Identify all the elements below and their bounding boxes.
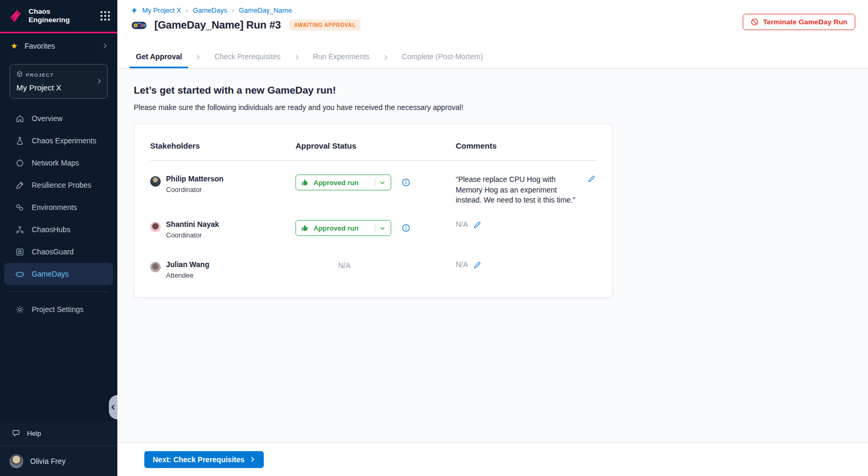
- sidebar: Chaos Engineering ★ Favorites PROJECT My…: [0, 0, 117, 476]
- table-header-row: Stakeholders Approval Status Comments: [150, 141, 596, 161]
- approval-status-dropdown[interactable]: Approved run: [296, 175, 391, 190]
- sidebar-header: Chaos Engineering: [0, 0, 117, 32]
- footer-bar: Next: Check Prerequisites: [117, 442, 868, 476]
- sidebar-item-chaoshubs[interactable]: ChaosHubs: [4, 218, 113, 241]
- avatar: [150, 262, 161, 272]
- favorites-row[interactable]: ★ Favorites: [0, 34, 117, 58]
- avatar: [150, 222, 161, 232]
- terminate-gameday-button[interactable]: Terminate GameDay Run: [743, 14, 855, 30]
- sidebar-divider: [8, 291, 109, 292]
- project-selector[interactable]: PROJECT My Project X: [10, 64, 108, 99]
- stakeholder-role: Coordinator: [166, 186, 224, 194]
- hub-icon: [15, 225, 24, 234]
- thumbs-up-icon: [301, 179, 309, 186]
- page-header: My Project X › GameDays › GameDay_Name […: [117, 0, 868, 47]
- info-icon[interactable]: [402, 178, 410, 187]
- chevron-down-icon: [380, 180, 385, 186]
- breadcrumb-link-gamedays[interactable]: GameDays: [193, 6, 227, 14]
- content-area: Let’s get started with a new GameDay run…: [117, 69, 868, 442]
- content-heading: Let’s get started with a new GameDay run…: [134, 85, 868, 96]
- table-row: Shantini Nayak Coordinator Approved run: [150, 220, 596, 245]
- stakeholder-name: Shantini Nayak: [166, 220, 219, 228]
- comment-text: “Please replace CPU Hog with Memory Hog …: [456, 175, 579, 206]
- step-check-prerequisites[interactable]: Check Prerequisites: [208, 47, 287, 68]
- stakeholder-name: Philip Matterson: [166, 175, 224, 183]
- edit-pencil-icon[interactable]: [474, 261, 481, 269]
- approval-na: N/A: [296, 261, 456, 270]
- chevron-right-icon: [250, 456, 255, 462]
- chaos-logo-icon: [8, 8, 23, 24]
- chevron-right-icon: [195, 47, 201, 68]
- approval-status-dropdown[interactable]: Approved run: [296, 220, 391, 236]
- hexagons-icon: [15, 203, 24, 212]
- avatar: [150, 176, 161, 187]
- content-subheading: Please make sure the following individua…: [134, 103, 868, 112]
- app-title: Chaos Engineering: [29, 7, 70, 24]
- column-header-approval-status: Approval Status: [296, 141, 456, 150]
- step-get-approval[interactable]: Get Approval: [130, 47, 188, 68]
- gear-icon: [15, 305, 24, 314]
- user-profile-row[interactable]: Olivia Frey: [0, 445, 117, 476]
- project-label: PROJECT: [26, 72, 54, 78]
- table-row: Julian Wang Attendee N/A N/A: [150, 260, 596, 279]
- column-header-stakeholders: Stakeholders: [150, 141, 296, 150]
- run-stepper: Get Approval Check Prerequisites Run Exp…: [117, 47, 868, 69]
- sidebar-item-environments[interactable]: Environments: [4, 196, 113, 218]
- chevron-right-icon: [96, 77, 102, 86]
- stakeholder-role: Attendee: [166, 271, 209, 279]
- step-run-experiments[interactable]: Run Experiments: [307, 47, 376, 68]
- user-avatar: [10, 454, 23, 468]
- sidebar-collapse-handle[interactable]: [109, 395, 117, 419]
- sidebar-item-network-maps[interactable]: Network Maps: [4, 152, 113, 174]
- network-map-icon: [15, 159, 24, 168]
- stakeholder-name: Julian Wang: [166, 260, 209, 269]
- comment-na: N/A: [456, 220, 468, 228]
- sidebar-item-project-settings[interactable]: Project Settings: [4, 298, 113, 321]
- chevron-down-icon: [380, 225, 385, 231]
- sidebar-item-overview[interactable]: Overview: [4, 107, 113, 130]
- breadcrumb-link-gameday-name[interactable]: GameDay_Name: [239, 6, 292, 14]
- flask-icon: [15, 136, 24, 145]
- info-icon[interactable]: [402, 224, 410, 232]
- sidebar-item-chaos-experiments[interactable]: Chaos Experiments: [4, 130, 113, 152]
- breadcrumb-link-project[interactable]: My Project X: [142, 6, 181, 14]
- chat-help-icon: [12, 429, 20, 437]
- edit-pencil-icon[interactable]: [588, 175, 595, 182]
- step-complete-post-mortem[interactable]: Complete (Post-Mortem): [395, 47, 489, 68]
- breadcrumb: My Project X › GameDays › GameDay_Name: [131, 6, 868, 14]
- module-grid-icon[interactable]: [100, 11, 110, 21]
- probe-icon: [15, 181, 24, 190]
- brand-divider: [0, 32, 117, 33]
- sidebar-item-resilience-probes[interactable]: Resilience Probes: [4, 174, 113, 196]
- cube-icon: [16, 70, 23, 79]
- project-name: My Project X: [16, 83, 101, 92]
- user-name: Olivia Frey: [30, 457, 66, 465]
- sidebar-bottom: Help Olivia Frey: [0, 421, 117, 476]
- stakeholder: Philip Matterson Coordinator: [150, 175, 296, 194]
- next-check-prerequisites-button[interactable]: Next: Check Prerequisites: [144, 451, 264, 468]
- column-header-comments: Comments: [456, 141, 596, 150]
- main-area: My Project X › GameDays › GameDay_Name […: [117, 0, 868, 476]
- gamepad-title-icon: [131, 20, 147, 31]
- page-title: [GameDay_Name] Run #3: [154, 19, 281, 31]
- prohibit-icon: [751, 18, 759, 26]
- stakeholder-role: Coordinator: [166, 231, 219, 239]
- chevron-right-icon: [102, 41, 108, 51]
- sidebar-item-gamedays[interactable]: GameDays: [4, 263, 113, 285]
- table-row: Philip Matterson Coordinator Approved ru…: [150, 175, 596, 206]
- gamepad-icon: [15, 270, 24, 279]
- favorites-label: Favorites: [24, 42, 55, 50]
- breadcrumb-separator: ›: [186, 7, 188, 14]
- help-row[interactable]: Help: [0, 421, 117, 445]
- chevron-right-icon: [383, 47, 389, 68]
- chaos-breadcrumb-icon: [131, 7, 138, 14]
- stakeholder: Julian Wang Attendee: [150, 260, 296, 279]
- star-icon: ★: [11, 41, 17, 51]
- thumbs-up-icon: [301, 224, 309, 232]
- edit-pencil-icon[interactable]: [474, 221, 481, 228]
- stakeholders-card: Stakeholders Approval Status Comments Ph…: [134, 124, 613, 298]
- stakeholder: Shantini Nayak Coordinator: [150, 220, 296, 239]
- chevron-right-icon: [294, 47, 300, 68]
- sidebar-item-chaosguard[interactable]: ChaosGuard: [4, 241, 113, 263]
- status-badge: AWAITING APPROVAL: [289, 20, 361, 31]
